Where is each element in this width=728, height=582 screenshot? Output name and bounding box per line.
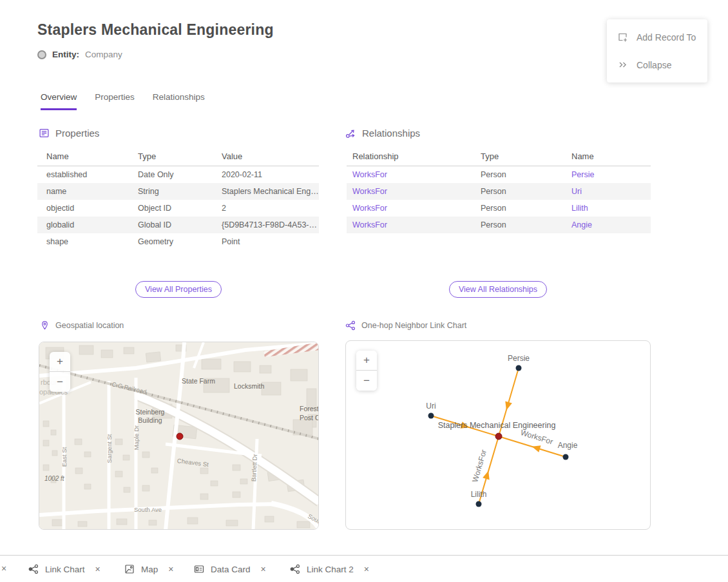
close-tab-icon[interactable]: × <box>261 564 266 574</box>
prop-name: established <box>37 166 129 184</box>
section-title: Geospatial location <box>55 321 124 330</box>
prop-value: Staplers Mechanical Eng… <box>213 183 319 200</box>
context-menu: Add Record To Collapse <box>607 19 707 82</box>
relationship-link[interactable]: WorksFor <box>347 217 475 233</box>
col-header: Name <box>566 147 651 166</box>
tab-relationships[interactable]: Relationships <box>153 92 205 110</box>
node-uri[interactable] <box>428 413 434 419</box>
prop-value: Point <box>213 233 319 250</box>
entity-link[interactable]: Angie <box>566 217 651 233</box>
node-lilith[interactable] <box>476 501 482 507</box>
node-center-entity[interactable] <box>495 433 502 440</box>
map-label-street: Sargent St <box>106 434 113 463</box>
properties-section-header: Properties <box>39 128 99 139</box>
data-card-tab-icon <box>194 564 204 574</box>
tab-label: Map <box>141 565 158 574</box>
chart-zoom-controls: + − <box>356 351 377 391</box>
prop-type: Object ID <box>129 200 213 217</box>
node-persie[interactable] <box>516 365 522 371</box>
relationships-section-header: Relationships <box>345 128 420 139</box>
tab-label: Link Chart 2 <box>307 565 354 574</box>
workspace-tab-link-chart[interactable]: Link Chart × <box>28 556 101 582</box>
map-canvas: rbour opaedics C G Railroad State Farm L… <box>39 342 319 530</box>
map-zoom-controls: + − <box>50 352 70 392</box>
table-row: WorksFor Person Uri <box>347 183 651 200</box>
chart-arrowheads <box>460 402 541 480</box>
map-label-poi: Forest Par <box>300 405 319 412</box>
relationship-link[interactable]: WorksFor <box>347 200 475 217</box>
workspace-tab-data-card[interactable]: Data Card × <box>194 556 266 582</box>
map-tab-icon <box>124 564 135 574</box>
rel-type: Person <box>475 183 566 200</box>
table-row: name String Staplers Mechanical Eng… <box>37 183 319 200</box>
map-label-street: South Ave <box>134 506 162 513</box>
entity-badge: Entity: Company <box>37 50 122 59</box>
entity-location-marker[interactable] <box>177 433 183 440</box>
close-tab-icon[interactable]: × <box>95 564 101 574</box>
table-row: WorksFor Person Persie <box>347 166 651 184</box>
relationship-link[interactable]: WorksFor <box>347 183 475 200</box>
view-all-properties-button[interactable]: View All Properties <box>135 281 222 298</box>
workspace-tab-link-chart-2[interactable]: Link Chart 2 × <box>290 556 369 582</box>
prop-type: Geometry <box>129 233 213 250</box>
add-record-icon <box>617 32 628 43</box>
close-tab-icon[interactable]: × <box>168 564 173 574</box>
menu-item-add-record-to[interactable]: Add Record To <box>607 23 707 51</box>
col-header: Value <box>213 147 319 166</box>
geospatial-section-header: Geospatial location <box>40 320 124 331</box>
properties-icon <box>39 128 50 139</box>
zoom-out-button[interactable]: − <box>50 372 70 392</box>
relationship-link[interactable]: WorksFor <box>347 166 475 184</box>
table-row: WorksFor Person Angie <box>347 217 651 233</box>
table-header-row: Name Type Value <box>37 147 319 166</box>
entity-link[interactable]: Uri <box>566 183 651 200</box>
map-pin-icon <box>40 320 50 331</box>
center-node-label: Staplers Mechanical Engineering <box>438 421 556 430</box>
detail-tabs: Overview Properties Relationships <box>41 92 205 110</box>
map-label-poi: Building <box>138 416 162 424</box>
zoom-in-button[interactable]: + <box>50 352 70 372</box>
link-chart-canvas: WorksFor WorksFor Persie Uri Angie Lilit… <box>346 341 651 530</box>
table-row: objectid Object ID 2 <box>37 200 319 217</box>
workspace-tab-bar: × Link Chart × Map × Data Card × <box>0 555 728 582</box>
geospatial-map[interactable]: + − <box>39 342 319 530</box>
table-row: established Date Only 2020-02-11 <box>37 166 319 184</box>
relationships-icon <box>345 128 356 139</box>
entity-value: Company <box>85 50 122 59</box>
menu-item-collapse[interactable]: Collapse <box>607 51 707 79</box>
node-label: Persie <box>508 354 530 363</box>
tab-overview[interactable]: Overview <box>41 92 77 110</box>
prop-name: objectid <box>37 200 129 217</box>
tab-label: Data Card <box>211 565 251 574</box>
node-label: Uri <box>426 402 436 411</box>
col-header: Name <box>37 147 129 166</box>
tab-properties[interactable]: Properties <box>95 92 135 110</box>
page-title: Staplers Mechanical Engineering <box>37 21 274 39</box>
section-title: One-hop Neighbor Link Chart <box>361 321 466 330</box>
properties-table: Name Type Value established Date Only 20… <box>37 147 319 250</box>
one-hop-link-chart[interactable]: + − WorksFor WorksFor Persie Uri Angie L <box>345 340 651 530</box>
col-header: Type <box>129 147 213 166</box>
relationships-table: Relationship Type Name WorksFor Person P… <box>347 147 651 233</box>
rel-type: Person <box>475 166 566 184</box>
col-header: Relationship <box>347 147 475 166</box>
partial-tab-close[interactable]: × <box>1 563 6 574</box>
entity-link[interactable]: Persie <box>566 166 651 184</box>
rel-type: Person <box>475 217 566 233</box>
table-row: WorksFor Person Lilith <box>347 200 651 217</box>
entity-link[interactable]: Lilith <box>566 200 651 217</box>
close-tab-icon[interactable]: × <box>364 564 369 574</box>
workspace-tab-map[interactable]: Map × <box>124 556 173 582</box>
col-header: Type <box>475 147 566 166</box>
zoom-in-button[interactable]: + <box>356 351 377 371</box>
node-angie[interactable] <box>563 454 569 460</box>
collapse-icon <box>617 59 628 70</box>
tab-label: Link Chart <box>45 565 85 574</box>
prop-name: shape <box>37 233 129 250</box>
menu-item-label: Collapse <box>637 60 671 70</box>
rel-type: Person <box>475 200 566 217</box>
zoom-out-button[interactable]: − <box>356 371 377 391</box>
view-all-relationships-button[interactable]: View All Relationships <box>449 281 547 298</box>
link-chart-tab-icon <box>290 564 300 574</box>
entity-label: Entity: <box>52 50 79 59</box>
